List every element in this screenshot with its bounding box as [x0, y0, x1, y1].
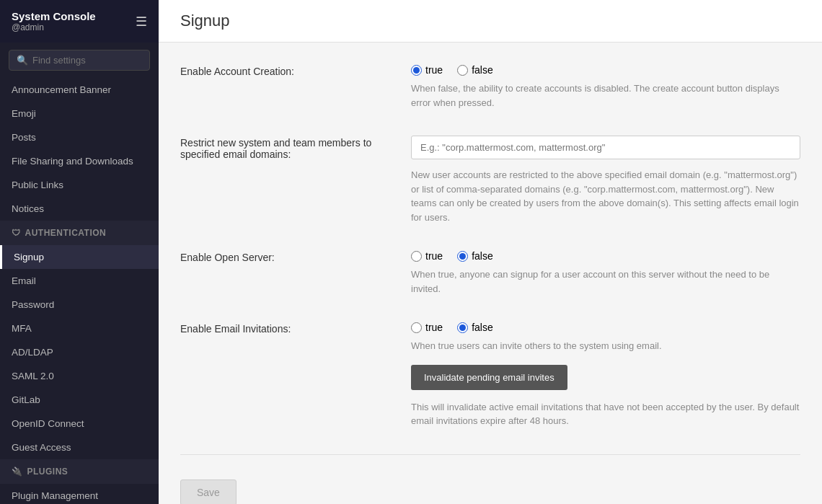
email-invitations-row: Enable Email Invitations: true false Whe…: [180, 322, 800, 428]
account-creation-radio-group: true false: [411, 64, 800, 76]
sidebar-item-posts[interactable]: Posts: [0, 125, 159, 149]
sidebar-item-announcement-banner[interactable]: Announcement Banner: [0, 78, 159, 102]
sidebar-item-notices[interactable]: Notices: [0, 197, 159, 221]
email-invitations-false-radio[interactable]: [457, 322, 468, 333]
email-invitations-false-label: false: [472, 322, 493, 333]
email-invitations-false-option[interactable]: false: [457, 322, 493, 333]
authentication-section-header: AUTHENTICATION: [0, 221, 159, 245]
email-invitations-true-label: true: [425, 322, 443, 333]
account-creation-label: Enable Account Creation:: [180, 66, 382, 77]
restrict-email-row: Restrict new system and team members to …: [180, 136, 800, 224]
plugins-section-header: PLUGINS: [0, 459, 159, 484]
email-invitations-label: Enable Email Invitations:: [180, 323, 382, 335]
restrict-email-input[interactable]: [411, 136, 800, 159]
save-divider: [180, 454, 800, 455]
sidebar-item-gitlab[interactable]: GitLab: [0, 388, 159, 412]
console-subtitle: @admin: [12, 22, 96, 32]
sidebar-item-saml[interactable]: SAML 2.0: [0, 364, 159, 388]
open-server-true-radio[interactable]: [411, 251, 422, 262]
open-server-false-option[interactable]: false: [457, 250, 493, 262]
hamburger-icon[interactable]: ☰: [136, 14, 147, 30]
open-server-true-label: true: [425, 250, 443, 262]
page-header: Signup: [159, 0, 822, 43]
invalidate-invites-help: This will invalidate active email invita…: [411, 400, 800, 428]
email-invitations-help: When true users can invite others to the…: [411, 339, 800, 353]
save-button[interactable]: Save: [180, 479, 237, 505]
main-content: Signup Enable Account Creation: true fal…: [159, 0, 822, 504]
account-creation-true-label: true: [425, 64, 443, 76]
restrict-email-help: New user accounts are restricted to the …: [411, 168, 800, 224]
account-creation-row: Enable Account Creation: true false When…: [180, 64, 800, 110]
search-input[interactable]: [32, 55, 142, 66]
open-server-row: Enable Open Server: true false When true…: [180, 250, 800, 296]
open-server-label: Enable Open Server:: [180, 252, 382, 263]
sidebar-item-adldap[interactable]: AD/LDAP: [0, 340, 159, 364]
search-box[interactable]: 🔍: [9, 50, 150, 71]
account-creation-false-label: false: [472, 64, 493, 76]
account-creation-false-radio[interactable]: [457, 65, 468, 76]
content-area: Enable Account Creation: true false When…: [159, 43, 822, 504]
page-title: Signup: [180, 12, 800, 30]
sidebar-item-plugin-management[interactable]: Plugin Management: [0, 484, 159, 504]
restrict-email-label: Restrict new system and team members to …: [180, 137, 382, 160]
account-creation-true-radio[interactable]: [411, 65, 422, 76]
sidebar-item-guest-access[interactable]: Guest Access: [0, 436, 159, 459]
sidebar-header: System Console @admin ☰: [0, 0, 159, 43]
sidebar-item-public-links[interactable]: Public Links: [0, 173, 159, 197]
email-invitations-true-radio[interactable]: [411, 322, 422, 333]
email-invitations-true-option[interactable]: true: [411, 322, 443, 333]
open-server-false-label: false: [472, 250, 493, 262]
sidebar-item-mfa[interactable]: MFA: [0, 317, 159, 340]
open-server-radio-group: true false: [411, 250, 800, 262]
save-row: Save: [180, 472, 800, 505]
sidebar-item-openid[interactable]: OpenID Connect: [0, 412, 159, 436]
account-creation-false-option[interactable]: false: [457, 64, 493, 76]
sidebar: System Console @admin ☰ 🔍 Announcement B…: [0, 0, 159, 504]
account-creation-help: When false, the ability to create accoun…: [411, 81, 800, 110]
open-server-true-option[interactable]: true: [411, 250, 443, 262]
console-title: System Console: [12, 10, 96, 22]
sidebar-item-file-sharing[interactable]: File Sharing and Downloads: [0, 149, 159, 173]
open-server-help: When true, anyone can signup for a user …: [411, 268, 800, 296]
sidebar-item-emoji[interactable]: Emoji: [0, 102, 159, 125]
search-icon: 🔍: [17, 55, 28, 66]
account-creation-true-option[interactable]: true: [411, 64, 443, 76]
email-invitations-radio-group: true false: [411, 322, 800, 333]
invalidate-invites-button[interactable]: Invalidate pending email invites: [411, 365, 567, 390]
sidebar-item-email[interactable]: Email: [0, 269, 159, 293]
shield-icon: [12, 228, 21, 238]
open-server-false-radio[interactable]: [457, 251, 468, 262]
sidebar-item-password[interactable]: Password: [0, 293, 159, 317]
plugin-icon: [12, 467, 23, 477]
sidebar-item-signup[interactable]: Signup: [0, 245, 159, 269]
